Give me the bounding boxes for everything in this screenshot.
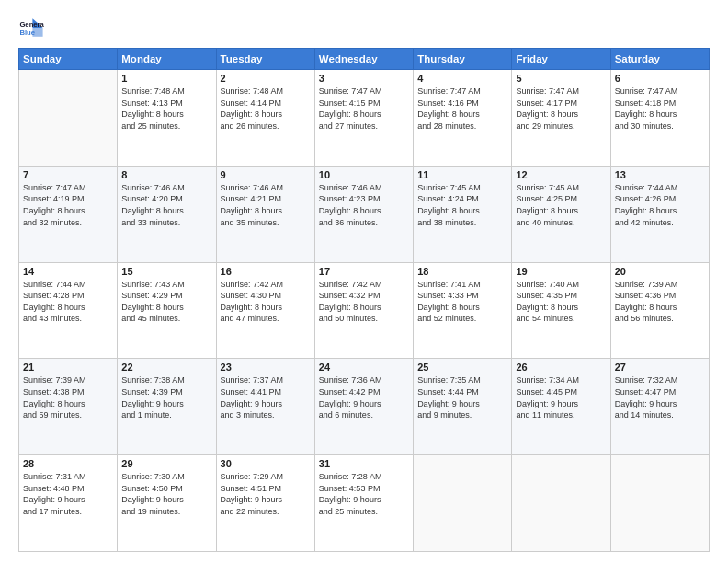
day-cell: 17Sunrise: 7:42 AM Sunset: 4:32 PM Dayli… xyxy=(314,262,413,359)
day-number: 1 xyxy=(121,73,211,84)
logo-icon: General Blue xyxy=(18,15,44,40)
day-info: Sunrise: 7:39 AM Sunset: 4:38 PM Dayligh… xyxy=(23,374,113,420)
day-cell: 23Sunrise: 7:37 AM Sunset: 4:41 PM Dayli… xyxy=(216,359,314,455)
day-info: Sunrise: 7:28 AM Sunset: 4:53 PM Dayligh… xyxy=(319,471,409,517)
day-cell: 14Sunrise: 7:44 AM Sunset: 4:28 PM Dayli… xyxy=(19,262,118,359)
day-number: 31 xyxy=(319,458,409,469)
weekday-header-monday: Monday xyxy=(118,49,216,70)
day-number: 9 xyxy=(221,169,311,180)
day-info: Sunrise: 7:30 AM Sunset: 4:50 PM Dayligh… xyxy=(121,471,211,517)
day-number: 15 xyxy=(121,266,211,277)
day-number: 29 xyxy=(121,458,211,469)
day-info: Sunrise: 7:31 AM Sunset: 4:48 PM Dayligh… xyxy=(23,471,113,517)
day-info: Sunrise: 7:45 AM Sunset: 4:25 PM Dayligh… xyxy=(516,182,606,228)
day-cell: 29Sunrise: 7:30 AM Sunset: 4:50 PM Dayli… xyxy=(118,455,216,552)
svg-text:General: General xyxy=(19,20,44,29)
day-number: 6 xyxy=(615,73,705,84)
weekday-header-saturday: Saturday xyxy=(610,49,709,70)
day-info: Sunrise: 7:32 AM Sunset: 4:47 PM Dayligh… xyxy=(615,374,705,420)
week-row-2: 14Sunrise: 7:44 AM Sunset: 4:28 PM Dayli… xyxy=(19,262,710,359)
day-cell: 1Sunrise: 7:48 AM Sunset: 4:13 PM Daylig… xyxy=(118,70,216,167)
day-cell: 18Sunrise: 7:41 AM Sunset: 4:33 PM Dayli… xyxy=(414,262,512,359)
day-number: 8 xyxy=(121,169,211,180)
day-number: 16 xyxy=(221,266,311,277)
calendar-table: SundayMondayTuesdayWednesdayThursdayFrid… xyxy=(18,48,710,552)
weekday-header-friday: Friday xyxy=(512,49,610,70)
day-info: Sunrise: 7:46 AM Sunset: 4:20 PM Dayligh… xyxy=(121,182,211,228)
day-info: Sunrise: 7:39 AM Sunset: 4:36 PM Dayligh… xyxy=(615,279,705,325)
day-cell xyxy=(512,455,610,552)
day-number: 28 xyxy=(23,458,113,469)
day-number: 21 xyxy=(23,362,113,373)
day-cell: 5Sunrise: 7:47 AM Sunset: 4:17 PM Daylig… xyxy=(512,70,610,167)
week-row-3: 21Sunrise: 7:39 AM Sunset: 4:38 PM Dayli… xyxy=(19,359,710,455)
day-number: 13 xyxy=(615,169,705,180)
day-cell: 12Sunrise: 7:45 AM Sunset: 4:25 PM Dayli… xyxy=(512,166,610,262)
week-row-1: 7Sunrise: 7:47 AM Sunset: 4:19 PM Daylig… xyxy=(19,166,710,262)
day-info: Sunrise: 7:47 AM Sunset: 4:17 PM Dayligh… xyxy=(516,86,606,132)
weekday-header-sunday: Sunday xyxy=(19,49,118,70)
day-cell: 3Sunrise: 7:47 AM Sunset: 4:15 PM Daylig… xyxy=(314,70,413,167)
day-cell: 26Sunrise: 7:34 AM Sunset: 4:45 PM Dayli… xyxy=(512,359,610,455)
day-cell: 15Sunrise: 7:43 AM Sunset: 4:29 PM Dayli… xyxy=(118,262,216,359)
week-row-0: 1Sunrise: 7:48 AM Sunset: 4:13 PM Daylig… xyxy=(19,70,710,167)
day-info: Sunrise: 7:38 AM Sunset: 4:39 PM Dayligh… xyxy=(121,374,211,420)
day-info: Sunrise: 7:36 AM Sunset: 4:42 PM Dayligh… xyxy=(319,374,409,420)
header: General Blue xyxy=(18,15,710,40)
day-cell: 31Sunrise: 7:28 AM Sunset: 4:53 PM Dayli… xyxy=(314,455,413,552)
day-number: 20 xyxy=(615,266,705,277)
day-cell: 16Sunrise: 7:42 AM Sunset: 4:30 PM Dayli… xyxy=(216,262,314,359)
day-number: 25 xyxy=(417,362,507,373)
day-cell xyxy=(610,455,709,552)
day-number: 5 xyxy=(516,73,606,84)
day-number: 17 xyxy=(319,266,409,277)
day-cell: 27Sunrise: 7:32 AM Sunset: 4:47 PM Dayli… xyxy=(610,359,709,455)
day-cell xyxy=(19,70,118,167)
svg-text:Blue: Blue xyxy=(19,29,35,37)
day-info: Sunrise: 7:48 AM Sunset: 4:13 PM Dayligh… xyxy=(121,86,211,132)
day-cell: 20Sunrise: 7:39 AM Sunset: 4:36 PM Dayli… xyxy=(610,262,709,359)
day-cell: 19Sunrise: 7:40 AM Sunset: 4:35 PM Dayli… xyxy=(512,262,610,359)
day-info: Sunrise: 7:48 AM Sunset: 4:14 PM Dayligh… xyxy=(221,86,311,132)
day-info: Sunrise: 7:35 AM Sunset: 4:44 PM Dayligh… xyxy=(417,374,507,420)
calendar-page: General Blue SundayMondayTuesdayWednesda… xyxy=(0,0,728,563)
logo: General Blue xyxy=(18,15,44,40)
day-info: Sunrise: 7:47 AM Sunset: 4:18 PM Dayligh… xyxy=(615,86,705,132)
day-number: 11 xyxy=(417,169,507,180)
day-number: 30 xyxy=(221,458,311,469)
day-number: 2 xyxy=(221,73,311,84)
weekday-header-tuesday: Tuesday xyxy=(216,49,314,70)
day-info: Sunrise: 7:29 AM Sunset: 4:51 PM Dayligh… xyxy=(221,471,311,517)
day-cell: 25Sunrise: 7:35 AM Sunset: 4:44 PM Dayli… xyxy=(414,359,512,455)
day-info: Sunrise: 7:46 AM Sunset: 4:23 PM Dayligh… xyxy=(319,182,409,228)
day-cell: 22Sunrise: 7:38 AM Sunset: 4:39 PM Dayli… xyxy=(118,359,216,455)
day-number: 27 xyxy=(615,362,705,373)
day-number: 19 xyxy=(516,266,606,277)
day-cell: 6Sunrise: 7:47 AM Sunset: 4:18 PM Daylig… xyxy=(610,70,709,167)
day-number: 12 xyxy=(516,169,606,180)
day-number: 4 xyxy=(417,73,507,84)
day-number: 24 xyxy=(319,362,409,373)
day-info: Sunrise: 7:46 AM Sunset: 4:21 PM Dayligh… xyxy=(221,182,311,228)
day-cell: 4Sunrise: 7:47 AM Sunset: 4:16 PM Daylig… xyxy=(414,70,512,167)
day-cell: 28Sunrise: 7:31 AM Sunset: 4:48 PM Dayli… xyxy=(19,455,118,552)
day-info: Sunrise: 7:34 AM Sunset: 4:45 PM Dayligh… xyxy=(516,374,606,420)
day-info: Sunrise: 7:47 AM Sunset: 4:16 PM Dayligh… xyxy=(417,86,507,132)
day-number: 23 xyxy=(221,362,311,373)
day-info: Sunrise: 7:42 AM Sunset: 4:32 PM Dayligh… xyxy=(319,279,409,325)
day-info: Sunrise: 7:40 AM Sunset: 4:35 PM Dayligh… xyxy=(516,279,606,325)
day-cell: 24Sunrise: 7:36 AM Sunset: 4:42 PM Dayli… xyxy=(314,359,413,455)
day-cell: 8Sunrise: 7:46 AM Sunset: 4:20 PM Daylig… xyxy=(118,166,216,262)
day-number: 26 xyxy=(516,362,606,373)
day-cell: 7Sunrise: 7:47 AM Sunset: 4:19 PM Daylig… xyxy=(19,166,118,262)
day-info: Sunrise: 7:42 AM Sunset: 4:30 PM Dayligh… xyxy=(221,279,311,325)
day-cell: 10Sunrise: 7:46 AM Sunset: 4:23 PM Dayli… xyxy=(314,166,413,262)
week-row-4: 28Sunrise: 7:31 AM Sunset: 4:48 PM Dayli… xyxy=(19,455,710,552)
day-info: Sunrise: 7:47 AM Sunset: 4:19 PM Dayligh… xyxy=(23,182,113,228)
day-number: 14 xyxy=(23,266,113,277)
day-info: Sunrise: 7:44 AM Sunset: 4:28 PM Dayligh… xyxy=(23,279,113,325)
day-cell xyxy=(414,455,512,552)
day-info: Sunrise: 7:37 AM Sunset: 4:41 PM Dayligh… xyxy=(221,374,311,420)
day-info: Sunrise: 7:43 AM Sunset: 4:29 PM Dayligh… xyxy=(121,279,211,325)
day-number: 22 xyxy=(121,362,211,373)
